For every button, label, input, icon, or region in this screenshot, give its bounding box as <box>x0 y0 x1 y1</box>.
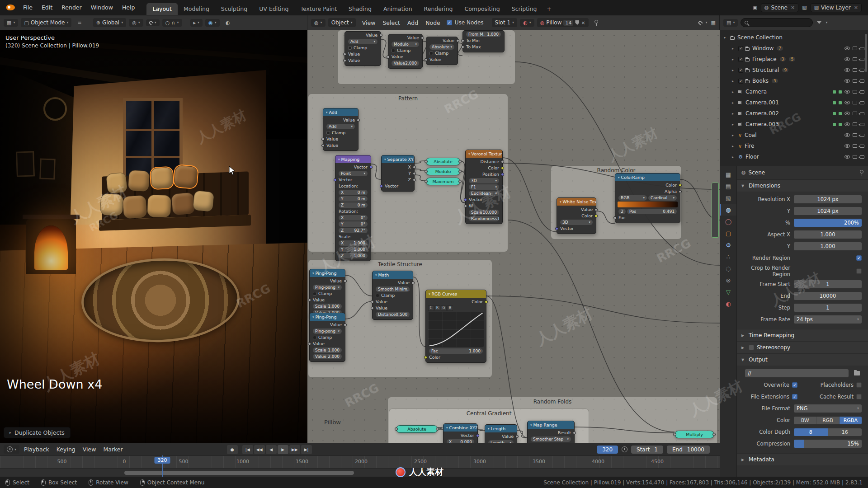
view-object-types-button[interactable]: ◉▾ <box>205 19 220 27</box>
output-socket[interactable] <box>344 323 347 326</box>
node-mapping[interactable]: ▾MappingVectorPoint▾VectorLocation:X0 mY… <box>335 155 371 261</box>
output-socket[interactable] <box>594 214 598 217</box>
mode-selector[interactable]: ▢Object Mode▾ <box>21 18 71 27</box>
node-colorramp[interactable]: ▾ColorRampColorAlphaRGB▾Cardinal▾2Pos0.4… <box>615 173 680 223</box>
output-socket[interactable] <box>413 178 416 181</box>
workspace-tab-uv-editing[interactable]: UV Editing <box>253 3 294 15</box>
editor-type-button[interactable]: ▦▾ <box>4 19 18 27</box>
unlink-view-layer-icon[interactable]: × <box>854 5 858 10</box>
output-socket[interactable] <box>413 165 416 169</box>
node-combine-xyz[interactable]: ▾Combine XYZVectorX0.000Y0.000 <box>443 423 478 443</box>
menu-item[interactable]: Window <box>86 2 118 13</box>
input-socket[interactable] <box>425 58 428 61</box>
clipped-node[interactable] <box>712 183 719 238</box>
segment-option-rgb[interactable]: RGB <box>816 417 839 424</box>
scene-selector[interactable]: ◍ Scene × <box>761 3 798 12</box>
node-multiply[interactable]: Multiply <box>675 431 714 438</box>
hide-eye-icon[interactable] <box>844 57 850 61</box>
disclosure-arrow-icon[interactable]: ▸ <box>732 101 736 105</box>
node-map-range[interactable]: ▾Map RangeResultSmoother Step▾ValueFrom … <box>527 421 575 443</box>
disclosure-arrow-icon[interactable]: ▸ <box>732 47 736 51</box>
node-menu-item[interactable]: Add <box>404 18 422 28</box>
disclosure-arrow-icon[interactable]: ▸ <box>732 133 736 137</box>
workspace-tab-layout[interactable]: Layout <box>146 3 178 15</box>
menu-item[interactable]: Help <box>118 2 140 13</box>
blender-logo-icon[interactable] <box>6 5 15 10</box>
node-white-noise-texture[interactable]: ▾White Noise TextureValueColor3D▾Vector <box>557 197 596 234</box>
collection-checkbox[interactable]: ✓ <box>738 68 743 73</box>
outliner-row-books[interactable]: ▸✓Books5 <box>720 75 868 86</box>
input-socket[interactable] <box>371 306 374 310</box>
node-modulo[interactable]: Modulo <box>426 168 460 175</box>
input-socket[interactable] <box>321 137 325 141</box>
timeline-editor-type-button[interactable]: ▾ <box>4 445 19 454</box>
outliner-row-camera-003[interactable]: ▸Camera.003 <box>720 119 868 130</box>
node-snap-magnet-icon[interactable] <box>698 20 703 25</box>
properties-tab-output[interactable]: ▤ <box>720 180 736 192</box>
node-ping-pong[interactable]: ▾Ping-PongValuePing-pong▾ClampValueScale… <box>309 269 345 318</box>
output-socket[interactable] <box>594 208 598 211</box>
output-socket[interactable] <box>357 118 360 122</box>
output-socket[interactable] <box>379 33 382 37</box>
input-socket[interactable] <box>343 59 346 62</box>
disable-viewport-icon[interactable] <box>853 57 857 61</box>
disable-viewport-icon[interactable] <box>853 90 857 94</box>
node-menu-item[interactable]: Select <box>379 18 404 28</box>
mode-options-button[interactable]: ≡ <box>74 19 85 27</box>
operator-panel[interactable]: ▸ Duplicate Objects <box>4 427 71 438</box>
disclosure-arrow-icon[interactable]: ▸ <box>732 155 736 159</box>
node-voronoi-texture[interactable]: ▾Voronoi TextureDistanceColorPosition3D▾… <box>465 150 503 224</box>
input-socket[interactable] <box>461 45 464 48</box>
disable-render-icon[interactable] <box>860 69 864 72</box>
value-field[interactable]: 1024 px <box>794 207 862 215</box>
section-header-time-remapping[interactable]: ▶Time Remapping <box>737 329 868 341</box>
checkbox[interactable]: ✓ <box>792 394 797 399</box>
node-overlay-icon[interactable]: ▦ <box>711 20 716 25</box>
unlink-material-icon[interactable]: × <box>581 20 585 25</box>
folder-icon[interactable] <box>854 371 860 375</box>
menu-item[interactable]: Render <box>57 2 86 13</box>
properties-tab-world[interactable]: ◯ <box>720 216 736 227</box>
input-socket[interactable] <box>387 55 390 58</box>
workspace-tab-scripting[interactable]: Scripting <box>506 3 543 15</box>
node-editor-type-button[interactable]: ◍▾ <box>311 19 326 27</box>
segment-option-bw[interactable]: BW <box>794 417 816 424</box>
node-length[interactable]: ▾LengthValueLength▾Vector <box>485 424 517 443</box>
node-rgb-curves[interactable]: ▾RGB CurvesColorCRGBFac1.000Color <box>425 290 486 363</box>
view-layer-selector[interactable]: ▧ View Layer × <box>811 3 862 12</box>
slider-field[interactable]: 200% <box>794 219 862 227</box>
disclosure-arrow-icon[interactable]: ▸ <box>732 79 736 83</box>
properties-tab-constraints[interactable]: ⊗ <box>720 274 736 286</box>
node-item[interactable]: From M.1.000To MinTo Max <box>462 30 505 52</box>
filter-icon[interactable] <box>817 21 821 24</box>
overlays-button[interactable]: ◐ <box>222 19 233 27</box>
disable-render-icon[interactable] <box>860 80 864 83</box>
output-socket[interactable] <box>413 172 416 175</box>
node-maximum[interactable]: Maximum <box>426 178 460 185</box>
workspace-tab-sculpting[interactable]: Sculpting <box>215 3 253 15</box>
workspace-tab-rendering[interactable]: Rendering <box>418 3 459 15</box>
disclosure-arrow-icon[interactable]: ▸ <box>732 144 736 148</box>
output-socket[interactable] <box>421 36 424 39</box>
hide-eye-icon[interactable] <box>844 90 850 94</box>
value-field[interactable]: 1.000 <box>794 230 862 239</box>
timeline-ruler[interactable]: -500050010001500200025003000350040004500 <box>0 455 720 468</box>
section-header-metadata[interactable]: ▶Metadata <box>737 453 868 465</box>
menu-item[interactable]: Edit <box>37 2 57 13</box>
pin-button[interactable] <box>591 20 601 25</box>
workspace-tab-shading[interactable]: Shading <box>343 3 377 15</box>
frame-end-field[interactable]: End10000 <box>667 446 710 454</box>
disable-render-icon[interactable] <box>860 112 864 115</box>
hide-eye-icon[interactable] <box>844 155 850 159</box>
outliner-row-floor[interactable]: ▸⚙Floor <box>720 151 868 162</box>
workspace-tab-modeling[interactable]: Modeling <box>178 3 215 15</box>
filter-dropdown-icon[interactable]: ▾ <box>826 21 827 24</box>
collection-checkbox[interactable]: ✓ <box>738 57 743 62</box>
jump-to-end-button[interactable]: ▶| <box>301 445 312 454</box>
output-socket[interactable] <box>679 183 682 187</box>
workspace-tab-texture-paint[interactable]: Texture Paint <box>294 3 343 15</box>
output-socket[interactable] <box>679 190 682 193</box>
disable-viewport-icon[interactable] <box>853 79 857 83</box>
disable-render-icon[interactable] <box>860 101 864 104</box>
disable-render-icon[interactable] <box>860 47 864 50</box>
